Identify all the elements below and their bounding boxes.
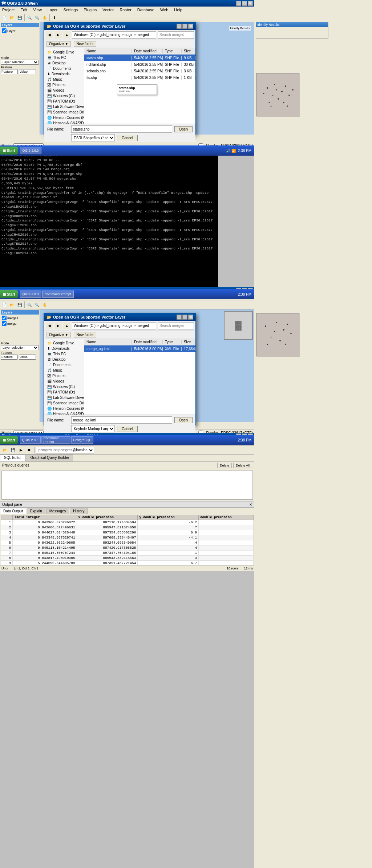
col2-name[interactable]: Name	[84, 340, 132, 344]
toolbar-zoom-in[interactable]: 🔍	[26, 14, 33, 21]
organize-btn-1[interactable]: Organize ▼	[46, 41, 71, 47]
new-folder-btn-1[interactable]: New folder	[74, 41, 96, 47]
maximize-btn[interactable]: □	[242, 1, 247, 6]
pg-results-tab-history[interactable]: History	[70, 508, 88, 514]
menu-project[interactable]: Project	[1, 7, 16, 12]
nav2-henson-k[interactable]: 🌐 Henson Courses (K:)	[44, 406, 84, 411]
menu-view[interactable]: View	[32, 7, 43, 12]
filename-input-1[interactable]	[71, 125, 172, 133]
col2-type[interactable]: Type	[163, 340, 182, 344]
nav2-this-pc[interactable]: 💻 This PC	[44, 351, 84, 357]
taskbar-qgis-3[interactable]: QGIS 2.8.3	[20, 436, 41, 444]
col-size[interactable]: Size	[182, 49, 195, 53]
menu-edit[interactable]: Edit	[19, 7, 29, 12]
menu-plugins[interactable]: Plugins	[82, 7, 98, 12]
nav-desktop[interactable]: 🖥 Desktop	[44, 60, 84, 66]
toolbar2-new[interactable]: 📄	[1, 301, 8, 308]
search-box-2[interactable]: Search merged	[158, 322, 194, 329]
value-input-2[interactable]	[19, 355, 36, 360]
col-name[interactable]: Name	[84, 49, 132, 53]
menu-layer[interactable]: Layer	[46, 7, 59, 12]
nav-documents[interactable]: 📄 Documents	[44, 66, 84, 71]
pg-results-tab-explain[interactable]: Explain	[27, 508, 45, 514]
delete-all-btn[interactable]: Delete All	[233, 463, 252, 468]
menu-settings[interactable]: Settings	[62, 7, 79, 12]
feature-input-1[interactable]	[1, 69, 18, 74]
nav2-windows-c[interactable]: 💾 Windows (C:)	[44, 384, 84, 389]
toolbar2-zoom-in[interactable]: 🔍	[26, 301, 33, 308]
results-col-x[interactable]: x double precision	[77, 515, 138, 520]
nav-lab-drive[interactable]: 💾 Lab Software Drive (G:)	[44, 104, 84, 109]
nav-henson-n[interactable]: 🌐 Henson-N (\NAS\De	[44, 120, 84, 124]
feature-input-2[interactable]	[1, 355, 18, 360]
layer2-checkbox-2[interactable]	[2, 321, 7, 326]
forward-btn-2[interactable]: ▶	[54, 322, 62, 329]
pg-tool-stop[interactable]: ⏹	[25, 447, 33, 454]
pg-results-tab-data[interactable]: Data Output	[0, 508, 26, 514]
start-btn-1[interactable]: ⊞ Start	[0, 147, 18, 155]
up-btn-2[interactable]: ▲	[63, 322, 70, 329]
nav-music[interactable]: 🎵 Music	[44, 77, 84, 82]
minimize-btn[interactable]: _	[236, 1, 241, 6]
menu-vector[interactable]: Vector	[101, 7, 115, 12]
file-row-4[interactable]: tls.shp 5/4/2016 2:55 PM SHP File 1 KB	[84, 74, 195, 81]
toolbar2-zoom-out[interactable]: 🔍	[33, 301, 41, 308]
nav-windows-c[interactable]: 💾 Windows (C:)	[44, 93, 84, 99]
back-btn[interactable]: ◀	[46, 31, 53, 39]
nav-fantom-d[interactable]: 💾 FANTOM (D:)	[44, 99, 84, 104]
file-row-2[interactable]: richland.shp 5/4/2016 2:55 PM SHP File 3…	[84, 61, 195, 68]
open-btn-2[interactable]: Open	[174, 417, 193, 423]
close-btn[interactable]: ✕	[248, 1, 253, 6]
layer-checkbox-1[interactable]	[2, 28, 7, 33]
col2-date[interactable]: Date modified	[132, 340, 163, 344]
dialog-close[interactable]: ✕	[188, 24, 193, 29]
pg-tool-open[interactable]: 📂	[1, 447, 9, 454]
filetype-select-1[interactable]: ESRI Shapefiles (*.shp *.SHP)	[71, 134, 115, 141]
pg-tool-run[interactable]: ▶	[17, 447, 25, 454]
nav2-henson-n[interactable]: 🌐 Henson-N (\NAS\De	[44, 411, 84, 415]
file-row-3[interactable]: schools.shp 5/4/2016 2:55 PM SHP File 3 …	[84, 68, 195, 74]
mode-select-1[interactable]: Layer selection	[1, 60, 39, 65]
file-row-1[interactable]: states.shp 5/4/2016 2:55 PM SHP File 9 K…	[84, 55, 195, 61]
col2-size[interactable]: Size	[182, 340, 195, 344]
nav-scanned[interactable]: 💾 Scanned Image Drive	[44, 109, 84, 115]
toolbar-open[interactable]: 📂	[8, 14, 16, 21]
dialog2-min[interactable]: _	[177, 315, 182, 320]
cmd-body[interactable]: 05/04/2016 02:57 PM <DIR> . 05/04/2016 0…	[0, 152, 218, 287]
open-btn-1[interactable]: Open	[174, 126, 193, 132]
file2-row-1[interactable]: merge_ag.kml 5/4/2016 3:00 PM XML File 1…	[84, 345, 195, 352]
toolbar-pan[interactable]: ✋	[41, 14, 48, 21]
dialog2-close[interactable]: ✕	[188, 315, 193, 320]
pg-results-area[interactable]: lseid integer x double precision y doubl…	[1, 515, 254, 569]
layer2-checkbox-1[interactable]	[2, 316, 7, 320]
path-box-2[interactable]: Windows (C:) > gdal_training > cugir > m…	[72, 322, 156, 329]
cancel-btn-2[interactable]: Cancel	[117, 426, 138, 432]
start-btn-3[interactable]: ⊞ Start	[0, 436, 18, 444]
menu-help[interactable]: Help	[173, 7, 184, 12]
taskbar-pg-3[interactable]: PostgreSQL	[71, 436, 93, 444]
dialog-minimize[interactable]: _	[177, 24, 182, 29]
toolbar2-open[interactable]: 📂	[8, 301, 16, 308]
taskbar-cmd-2[interactable]: Command Prompt	[42, 291, 74, 298]
value-input-1[interactable]	[19, 69, 36, 74]
nav2-pictures[interactable]: 🖼 Pictures	[44, 373, 84, 379]
nav2-videos[interactable]: 🎬 Videos	[44, 379, 84, 384]
cancel-btn-1[interactable]: Cancel	[117, 135, 138, 141]
toolbar-save[interactable]: 💾	[16, 14, 23, 21]
pg-query-editor[interactable]	[1, 471, 253, 500]
nav-henson-k[interactable]: 🌐 Henson Courses (K:)	[44, 115, 84, 120]
path-box-1[interactable]: Windows (C:) > gdal_training > cugir > m…	[72, 31, 156, 39]
menu-raster[interactable]: Raster	[118, 7, 133, 12]
new-folder-btn-2[interactable]: New folder	[74, 332, 96, 337]
pg-tab-sql[interactable]: SQL Editor	[0, 455, 26, 461]
nav2-google-drive[interactable]: 📁 Google Drive	[44, 340, 84, 346]
pg-db-select[interactable]: postgres on postgres@localhost:5432	[36, 447, 94, 453]
dialog2-max[interactable]: □	[182, 315, 187, 320]
back-btn-2[interactable]: ◀	[46, 322, 53, 329]
toolbar-identify[interactable]: ℹ	[51, 14, 58, 21]
filetype-select-2[interactable]: Keyhole Markup Language (KM ▼	[71, 425, 115, 432]
menu-database[interactable]: Database	[136, 7, 156, 12]
toolbar2-save[interactable]: 💾	[16, 301, 23, 308]
nav2-fantom-d[interactable]: 💾 FANTOM (D:)	[44, 389, 84, 395]
pg-tool-save[interactable]: 💾	[9, 447, 17, 454]
